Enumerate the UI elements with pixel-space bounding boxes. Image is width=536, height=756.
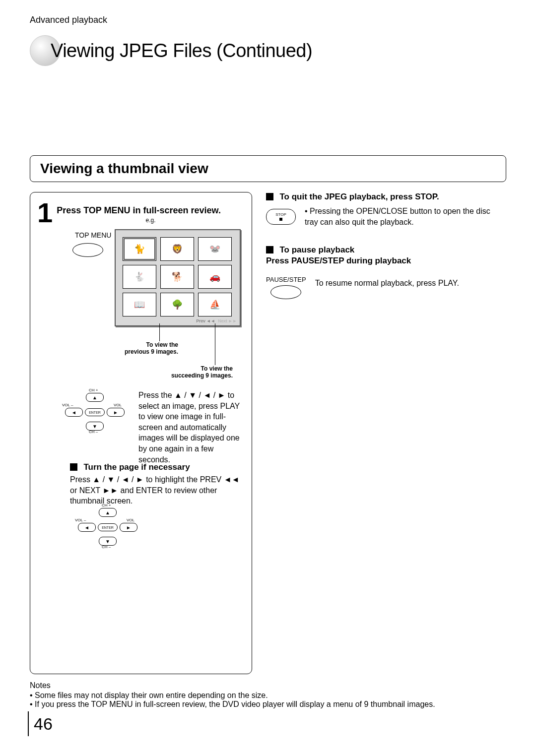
next-callout-line <box>215 323 216 365</box>
vol-minus-label: VOL – <box>62 403 73 407</box>
content-columns: 1 Press TOP MENU in full-screen review. … <box>30 192 506 674</box>
notes-heading: Notes <box>30 681 506 690</box>
section-heading: Viewing a thumbnail view <box>30 155 506 182</box>
top-menu-button-icon <box>72 243 103 257</box>
tree-drawing-icon: 🌳 <box>172 299 183 310</box>
thumbnail-6: 🚗 <box>198 265 232 289</box>
section-label: Advanced playback <box>30 15 506 25</box>
vol-minus-label: VOL – <box>75 518 86 522</box>
left-button-icon: ◄ <box>65 408 83 417</box>
square-bullet-icon <box>70 463 77 471</box>
next-indicator: Next ►► <box>218 318 237 323</box>
right-button-icon: ► <box>107 408 125 417</box>
top-menu-label: TOP MENU <box>75 231 111 239</box>
pause-subheading: Press PAUSE/STEP during playback <box>266 256 490 266</box>
prev-next-bar: Prev ◄◄ Next ►► <box>196 318 237 323</box>
prev-callout-text: To view the previous 9 images. <box>105 341 178 355</box>
notes-block: Notes Some files may not display their o… <box>30 681 506 709</box>
up-button-icon: ▲ <box>86 393 104 402</box>
ch-plus-label: CH + <box>102 503 111 507</box>
book-drawing-icon: 📖 <box>134 299 145 310</box>
page-number: 46 <box>28 711 53 736</box>
rabbit-drawing-icon: 🐇 <box>134 271 145 282</box>
thumbnail-9: ⛵ <box>198 293 232 316</box>
down-button-icon: ▼ <box>99 537 117 546</box>
stop-button-icon: STOP <box>266 209 296 225</box>
pause-step-label: PAUSE/STEP <box>266 276 306 283</box>
pause-step-button-icon <box>270 285 301 299</box>
enter-button-icon: ENTER <box>98 523 118 531</box>
ship-drawing-icon: ⛵ <box>209 299 220 310</box>
left-button-icon: ◄ <box>78 523 96 532</box>
right-column: To quit the JPEG playback, press STOP. S… <box>266 192 490 674</box>
note-item-2: If you press the TOP MENU in full-screen… <box>30 700 506 709</box>
lion-drawing-icon: 🦁 <box>172 244 183 254</box>
thumbnail-3: 🐭 <box>198 237 232 261</box>
down-button-icon: ▼ <box>86 422 104 431</box>
step-panel: 1 Press TOP MENU in full-screen review. … <box>30 192 252 674</box>
quit-block: To quit the JPEG playback, press STOP. S… <box>266 192 490 227</box>
step-number: 1 <box>37 200 53 225</box>
thumbnail-5: 🐕 <box>160 265 194 289</box>
direction-pad-1: CH + CH – VOL – VOL + ▲ ▼ ◄ ► ENTER <box>65 390 125 436</box>
enter-button-icon: ENTER <box>85 408 105 416</box>
turn-page-heading: Turn the page if necessary <box>83 462 190 472</box>
square-bullet-icon <box>266 193 273 200</box>
stop-label: STOP <box>275 213 286 217</box>
right-button-icon: ► <box>120 523 137 532</box>
next-callout-text: To view the succeeding 9 images. <box>149 365 233 379</box>
note-item-1: Some files may not display their own ent… <box>30 691 506 700</box>
thumbnail-7: 📖 <box>123 293 156 316</box>
prev-callout-line <box>159 323 160 341</box>
thumbnail-4: 🐇 <box>123 265 156 289</box>
pause-heading: To pause playback <box>279 245 354 254</box>
select-instruction: Press the ▲ / ▼ / ◄ / ► to select an ima… <box>138 390 246 465</box>
cat-drawing-icon: 🐈 <box>134 244 145 254</box>
dog-drawing-icon: 🐕 <box>172 271 183 282</box>
stop-square-icon <box>279 218 282 221</box>
quit-heading: To quit the JPEG playback, press STOP. <box>279 192 439 201</box>
square-bullet-icon <box>266 246 273 253</box>
turn-page-block: Turn the page if necessary Press ▲ / ▼ /… <box>70 462 244 506</box>
mouse-drawing-icon: 🐭 <box>209 244 220 254</box>
eg-label: e.g. <box>57 217 245 224</box>
thumbnail-2: 🦁 <box>160 237 194 261</box>
turn-page-body: Press ▲ / ▼ / ◄ / ► to highlight the PRE… <box>70 474 244 506</box>
direction-pad-2: CH + CH – VOL – VOL + ▲ ▼ ◄ ► ENTER <box>78 505 137 551</box>
step-title: Press TOP MENU in full-screen review. <box>57 205 245 216</box>
thumbnail-8: 🌳 <box>160 293 194 316</box>
prev-indicator: Prev ◄◄ <box>196 318 215 323</box>
thumbnail-screen: 🐈 🦁 🐭 🐇 🐕 🚗 📖 🌳 ⛵ Prev ◄◄ Next ►► <box>115 229 241 326</box>
thumbnail-grid: 🐈 🦁 🐭 🐇 🐕 🚗 📖 🌳 ⛵ <box>123 237 232 316</box>
step-1-row: 1 Press TOP MENU in full-screen review. … <box>37 200 245 225</box>
quit-body: Pressing the OPEN/CLOSE button to open t… <box>305 206 490 227</box>
up-button-icon: ▲ <box>99 508 117 517</box>
ch-plus-label: CH + <box>89 388 98 392</box>
car-drawing-icon: 🚗 <box>209 271 220 282</box>
title-row: Viewing JPEG Files (Continued) <box>30 35 506 66</box>
manual-page: Advanced playback Viewing JPEG Files (Co… <box>0 0 536 756</box>
pause-body: To resume normal playback, press PLAY. <box>315 278 490 289</box>
thumbnail-1: 🐈 <box>123 237 156 261</box>
pause-block: To pause playback Press PAUSE/STEP durin… <box>266 245 490 299</box>
page-title: Viewing JPEG Files (Continued) <box>51 40 312 62</box>
